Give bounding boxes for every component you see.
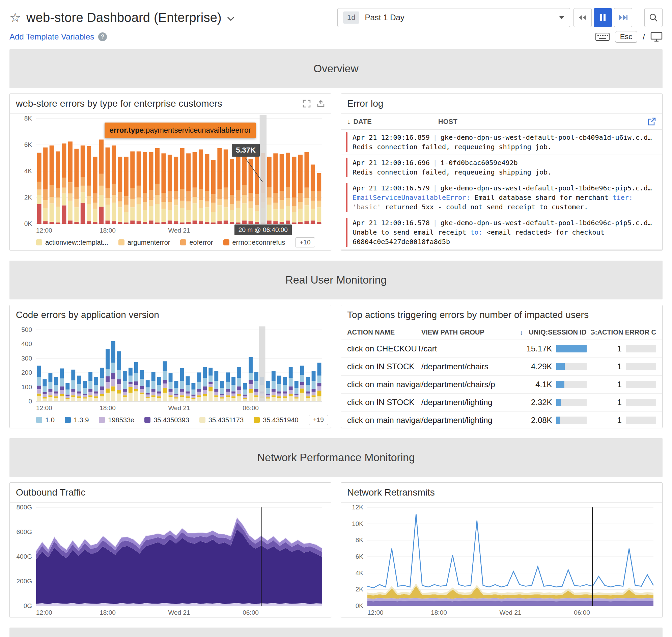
favorite-star-icon[interactable]: ☆ [10, 11, 21, 24]
sessions-value: 15.17K [527, 344, 552, 353]
action-name: click on main navigati [347, 416, 421, 425]
section-title: Overview [313, 62, 358, 75]
fast-forward-button[interactable] [614, 8, 632, 27]
legend-label: 35.4350393 [153, 416, 189, 424]
action-name: click on IN STOCK [347, 398, 421, 407]
rewind-button[interactable] [574, 8, 592, 27]
legend-item[interactable]: argumenterror [118, 239, 170, 247]
panel-title: Error log [347, 98, 383, 109]
sessions-value: 4.1K [535, 380, 552, 389]
external-link-icon[interactable] [647, 117, 656, 126]
svg-text:600G: 600G [17, 528, 32, 535]
legend-overflow-badge[interactable]: +10 [295, 237, 315, 248]
retransmits-canvas: 0K2K4K6K8K10K12K12:0018:00Wed 2106:00 [341, 503, 662, 617]
legend-item[interactable]: 35.4351173 [199, 416, 244, 424]
view-path: /department/lighting [421, 398, 502, 407]
search-button[interactable] [644, 8, 662, 27]
column-header[interactable]: ACTION NAME [347, 328, 421, 336]
log-entry[interactable]: Apr 21 12:00:16.579|gke-demo-dpn-us-west… [341, 180, 662, 215]
hover-time-badge: 20 m @ 06:40:00 [235, 224, 292, 235]
column-host[interactable]: HOST [438, 118, 647, 126]
column-date[interactable]: DATE [353, 118, 372, 126]
network-retransmits-chart[interactable]: 0K2K4K6K8K10K12K12:0018:00Wed 2106:00 [341, 503, 662, 617]
svg-text:18:00: 18:00 [99, 227, 116, 234]
legend-swatch [65, 417, 71, 423]
section-header-overview: Overview [10, 49, 662, 88]
log-host: gke-demo-dpn-us-west-default-pool-1bd6e9… [441, 218, 656, 228]
svg-text:12:00: 12:00 [36, 404, 52, 412]
table-row[interactable]: click on IN STOCK/department/chairs4.29K… [341, 358, 662, 376]
sessions-bar [556, 381, 587, 388]
errors-by-type-chart[interactable]: 0K2K4K6K8K12:0018:00Wed 21 error.type:pa… [10, 114, 331, 235]
avg-error-bar [626, 399, 656, 406]
table-row[interactable]: click on IN STOCK/department/lighting2.3… [341, 394, 662, 412]
log-entry[interactable]: Apr 21 12:00:16.578|gke-demo-dpn-us-west… [341, 215, 662, 250]
section-header-network: Network Performance Monitoring [10, 438, 662, 477]
panel-code-errors: Code errors by application version 01002… [10, 305, 331, 428]
code-errors-legend: 1.01.3.9198533e35.435039335.435117335.43… [10, 413, 331, 428]
pause-button[interactable] [594, 8, 612, 27]
panel-title: web-store errors by type for enterprise … [16, 98, 222, 109]
chevron-down-icon[interactable] [227, 17, 235, 21]
legend-label: 35.4351173 [208, 416, 244, 424]
avg-error-value: 1 [617, 344, 622, 353]
legend-item[interactable]: 35.4351940 [254, 416, 299, 424]
legend-swatch [118, 239, 125, 245]
column-header[interactable]: ↓ UNIQ:SESSION ID [502, 328, 591, 336]
table-row[interactable]: click on main navigati/department/chairs… [341, 376, 662, 394]
time-range-label: Past 1 Day [365, 13, 404, 22]
export-icon[interactable] [317, 99, 325, 108]
log-host: gke-demo-dpn-us-west-default-pool-1bd6e9… [441, 183, 656, 193]
sort-desc-icon[interactable]: ↓ [347, 118, 351, 126]
dashboard-title: web-store Dashboard (Enterprise) [26, 11, 222, 25]
panel-outbound-traffic: Outbound Traffic 0G200G400G600G800G12:00… [10, 483, 331, 617]
log-entry[interactable]: Apr 21 12:00:16.696|i-0fd0bcac6059e492bR… [341, 155, 662, 180]
legend-item[interactable]: 1.3.9 [65, 416, 89, 424]
log-entry[interactable]: Apr 21 12:00:16.372|i-0e07142ed2c7a4996 [341, 250, 662, 251]
code-errors-chart[interactable]: 010020030040050012:0018:00Wed 2106:00 [10, 325, 331, 413]
help-icon[interactable]: ? [98, 32, 107, 41]
panel-errors-by-type: web-store errors by type for enterprise … [10, 93, 331, 251]
legend-item[interactable]: eoferror [180, 239, 213, 247]
legend-overflow-badge[interactable]: +19 [309, 415, 328, 425]
view-path: /cart [421, 344, 502, 353]
table-row[interactable]: click on main navigati/department/lighti… [341, 412, 662, 428]
sessions-value: 2.32K [531, 398, 552, 407]
svg-text:8K: 8K [356, 536, 364, 544]
pause-icon [599, 14, 606, 21]
legend-swatch [36, 417, 42, 423]
ta-body: click on CHECKOUT/cart15.17K1click on IN… [341, 340, 662, 428]
log-message: Unable to send email receipt to: <email … [353, 228, 656, 247]
svg-text:12:00: 12:00 [367, 609, 384, 616]
legend-item[interactable]: 1.0 [36, 416, 55, 424]
keyboard-icon[interactable] [595, 32, 610, 41]
table-row[interactable]: click on CHECKOUT/cart15.17K1 [341, 340, 662, 358]
time-range-select[interactable]: 1d Past 1 Day [337, 8, 570, 27]
svg-text:0G: 0G [24, 602, 32, 609]
avg-error-value: 1 [617, 398, 622, 407]
column-header[interactable]: VIEW PATH GROUP [421, 328, 502, 336]
column-header[interactable]: AVG:ACTION ERROR C [591, 328, 656, 336]
expand-icon[interactable] [303, 99, 311, 108]
time-range-chip: 1d [343, 12, 359, 24]
sessions-bar [556, 417, 587, 424]
slash-key-hint: / [643, 32, 645, 41]
svg-text:0: 0 [28, 398, 32, 405]
legend-item[interactable]: 198533e [99, 416, 134, 424]
svg-text:06:00: 06:00 [243, 609, 259, 616]
legend-item[interactable]: 35.4350393 [144, 416, 189, 424]
hover-label-key: error.type [109, 126, 144, 134]
legend-label: errno::econnrefus [232, 239, 285, 247]
hover-label: error.type:paymentserviceunavailableerro… [105, 123, 255, 138]
legend-item[interactable]: actionview::templat... [36, 239, 108, 247]
panel-title: Code errors by application version [16, 310, 159, 320]
add-template-variables-link[interactable]: Add Template Variables [10, 32, 94, 41]
log-entry[interactable]: Apr 21 12:00:16.859|gke-demo-dpn-us-west… [341, 130, 662, 155]
log-separator: | [430, 218, 441, 228]
legend-swatch [254, 417, 260, 423]
legend-swatch [36, 239, 42, 245]
avg-error-bar [626, 417, 656, 424]
fullscreen-monitor-icon[interactable] [650, 32, 662, 42]
outbound-traffic-chart[interactable]: 0G200G400G600G800G12:0018:00Wed 2106:00 [10, 503, 331, 617]
legend-item[interactable]: errno::econnrefus [223, 239, 285, 247]
